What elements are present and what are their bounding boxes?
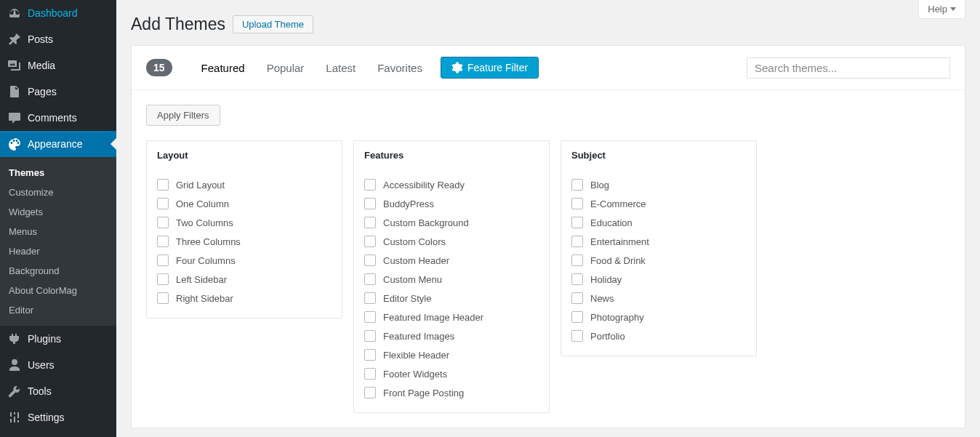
filter-checkbox[interactable]: Featured Images <box>364 326 539 345</box>
filter-label: BuddyPress <box>383 199 434 209</box>
chevron-down-icon <box>950 7 956 11</box>
filter-checkbox[interactable]: Custom Background <box>364 213 539 232</box>
filter-label: Custom Header <box>383 255 449 266</box>
sidebar-item-label: Tools <box>28 385 52 397</box>
filter-checkbox[interactable]: Holiday <box>571 270 746 289</box>
checkbox-icon <box>364 217 376 228</box>
checkbox-icon <box>157 198 169 209</box>
filter-label: Grid Layout <box>176 180 225 191</box>
sidebar-item-pages[interactable]: Pages <box>0 79 116 105</box>
sidebar-item-comments[interactable]: Comments <box>0 105 116 131</box>
sidebar-item-tools[interactable]: Tools <box>0 378 116 404</box>
search-input[interactable] <box>747 57 950 79</box>
apply-filters-button[interactable]: Apply Filters <box>146 105 220 126</box>
sidebar-item-settings[interactable]: Settings <box>0 404 116 430</box>
feature-filter-label: Feature Filter <box>467 62 528 73</box>
filter-checkbox[interactable]: Footer Widgets <box>364 364 539 383</box>
filter-popular[interactable]: Popular <box>256 62 316 74</box>
filter-checkbox[interactable]: News <box>571 289 746 308</box>
filter-group-title: Features <box>354 141 549 169</box>
filter-checkbox[interactable]: Accessibility Ready <box>364 175 539 194</box>
filter-label: Three Columns <box>176 236 241 247</box>
filter-checkbox[interactable]: Four Columns <box>157 251 332 270</box>
filter-label: One Column <box>176 199 229 209</box>
filter-label: Two Columns <box>176 217 233 228</box>
search-box <box>747 57 950 79</box>
checkbox-icon <box>157 217 169 228</box>
checkbox-icon <box>571 273 583 285</box>
feature-filter-button[interactable]: Feature Filter <box>441 57 539 79</box>
checkbox-icon <box>364 254 376 266</box>
filter-checkbox[interactable]: Education <box>571 213 746 232</box>
filter-bar: 15 Featured Popular Latest Favorites Fea… <box>132 46 965 90</box>
filter-favorites[interactable]: Favorites <box>366 62 433 74</box>
filter-featured[interactable]: Featured <box>190 62 256 74</box>
sidebar-item-label: Posts <box>28 33 53 45</box>
submenu-item-editor[interactable]: Editor <box>0 300 116 320</box>
sidebar-item-appearance[interactable]: Appearance <box>0 131 116 157</box>
users-icon <box>7 358 22 372</box>
filter-checkbox[interactable]: One Column <box>157 194 332 213</box>
page-header: Add Themes Upload Theme <box>131 15 965 34</box>
filter-checkbox[interactable]: Portfolio <box>571 326 746 345</box>
filter-checkbox[interactable]: Entertainment <box>571 232 746 251</box>
filter-checkbox[interactable]: Right Sidebar <box>157 289 332 308</box>
checkbox-icon <box>157 292 169 304</box>
filter-checkbox[interactable]: Photography <box>571 308 746 326</box>
plugins-icon <box>7 332 22 346</box>
filter-checkbox[interactable]: Left Sidebar <box>157 270 332 289</box>
checkbox-icon <box>571 330 583 342</box>
main-content: Help Add Themes Upload Theme 15 Featured… <box>116 0 980 437</box>
filter-checkbox[interactable]: Three Columns <box>157 232 332 251</box>
filter-checkbox[interactable]: Flexible Header <box>364 345 539 364</box>
filter-checkbox[interactable]: Grid Layout <box>157 175 332 194</box>
checkbox-icon <box>157 273 169 285</box>
filter-checkbox[interactable]: Custom Menu <box>364 270 539 289</box>
filter-label: Custom Menu <box>383 274 442 285</box>
filter-checkbox[interactable]: BuddyPress <box>364 194 539 213</box>
appearance-icon <box>7 137 22 151</box>
media-icon <box>7 58 22 73</box>
themes-panel: 15 Featured Popular Latest Favorites Fea… <box>131 45 965 428</box>
sidebar-item-label: Appearance <box>28 138 83 150</box>
sidebar-item-posts[interactable]: Posts <box>0 26 116 52</box>
filter-list-layout: Grid Layout One Column Two Columns Three… <box>147 169 342 318</box>
filter-checkbox[interactable]: Food & Drink <box>571 251 746 270</box>
submenu-item-menus[interactable]: Menus <box>0 222 116 241</box>
filter-checkbox[interactable]: Two Columns <box>157 213 332 232</box>
filter-checkbox[interactable]: Blog <box>571 175 746 194</box>
filter-label: Blog <box>590 180 609 191</box>
filter-latest[interactable]: Latest <box>315 62 366 74</box>
filter-label: Entertainment <box>590 236 649 247</box>
submenu-item-about-colormag[interactable]: About ColorMag <box>0 281 116 300</box>
pin-icon <box>7 32 22 47</box>
filter-label: News <box>590 293 614 304</box>
sidebar-item-media[interactable]: Media <box>0 52 116 79</box>
dashboard-icon <box>7 6 22 20</box>
submenu-item-widgets[interactable]: Widgets <box>0 202 116 222</box>
filter-body: Apply Filters Layout Grid Layout One Col… <box>132 90 965 428</box>
filter-label: Food & Drink <box>590 255 646 266</box>
checkbox-icon <box>364 387 376 398</box>
theme-count-badge: 15 <box>146 59 172 76</box>
filter-group-title: Layout <box>147 141 342 169</box>
submenu-item-themes[interactable]: Themes <box>0 163 116 183</box>
filter-checkbox[interactable]: E-Commerce <box>571 194 746 213</box>
filter-checkbox[interactable]: Featured Image Header <box>364 308 539 326</box>
upload-theme-button[interactable]: Upload Theme <box>233 15 313 33</box>
filter-checkbox[interactable]: Editor Style <box>364 289 539 308</box>
filter-checkbox[interactable]: Custom Header <box>364 251 539 270</box>
help-tab[interactable]: Help <box>918 0 965 19</box>
checkbox-icon <box>364 368 376 380</box>
filter-group-subject: Subject Blog E-Commerce Education Entert… <box>561 140 757 356</box>
submenu-item-header[interactable]: Header <box>0 241 116 261</box>
sidebar-item-dashboard[interactable]: Dashboard <box>0 0 116 26</box>
sidebar-item-plugins[interactable]: Plugins <box>0 326 116 352</box>
filter-checkbox[interactable]: Custom Colors <box>364 232 539 251</box>
submenu-item-background[interactable]: Background <box>0 261 116 281</box>
filter-checkbox[interactable]: Front Page Posting <box>364 383 539 402</box>
submenu-item-customize[interactable]: Customize <box>0 183 116 202</box>
filter-label: Front Page Posting <box>383 388 464 398</box>
sidebar-item-users[interactable]: Users <box>0 352 116 378</box>
sidebar-item-label: Plugins <box>28 333 61 345</box>
